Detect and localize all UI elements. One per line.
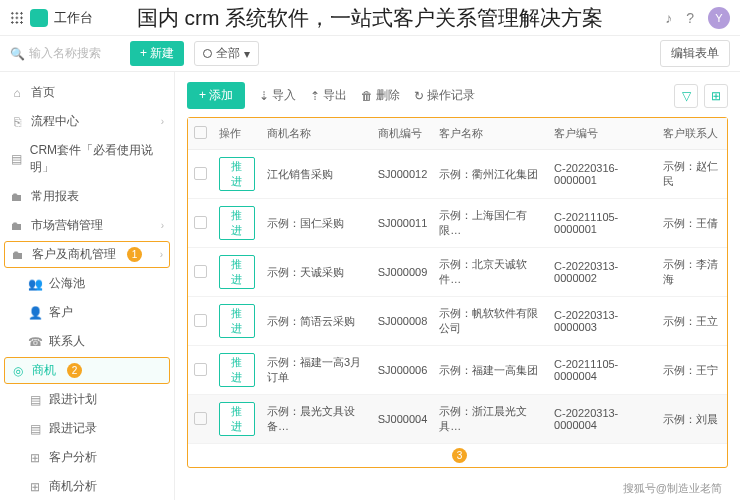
apps-icon[interactable] [10, 11, 24, 25]
new-button[interactable]: + 新建 [130, 41, 184, 66]
cell-cust: 示例：上海国仁有限… [433, 199, 548, 248]
action-bar: 🔍 输入名称搜索 + 新建 全部 ▾ 编辑表单 [0, 36, 740, 72]
filter-icon[interactable]: ▽ [674, 84, 698, 108]
col-header [188, 118, 213, 150]
cell-contact: 示例：王立 [657, 297, 727, 346]
push-button[interactable]: 推进 [219, 304, 255, 338]
sidebar-item-11[interactable]: ▤跟进记录 [0, 414, 174, 443]
cell-cust: 示例：福建一高集团 [433, 346, 548, 395]
data-table: 操作商机名称商机编号客户名称客户编号客户联系人推进江化销售采购SJ000012示… [187, 117, 728, 468]
topbar: 工作台 ♪ ? Y [0, 0, 740, 36]
nav-label: 流程中心 [31, 113, 79, 130]
cell-code: SJ000008 [372, 297, 434, 346]
push-button[interactable]: 推进 [219, 206, 255, 240]
table-row[interactable]: 推进示例：天诚采购SJ000009示例：北京天诚软件…C-20220313-00… [188, 248, 727, 297]
settings-icon[interactable]: ⊞ [704, 84, 728, 108]
cell-name: 示例：国仁采购 [261, 199, 372, 248]
table-toolbar: + 添加 ⇣ 导入 ⇡ 导出 🗑 删除 ↻ 操作记录 ▽ ⊞ [187, 82, 728, 109]
cell-ccode: C-20220313-0000003 [548, 297, 657, 346]
sidebar-item-0[interactable]: ⌂首页 [0, 78, 174, 107]
table-row[interactable]: 推进示例：晨光文具设备…SJ000004示例：浙江晨光文具…C-20220313… [188, 395, 727, 444]
sidebar-item-4[interactable]: 🖿市场营销管理› [0, 211, 174, 240]
sidebar-item-1[interactable]: ⎘流程中心› [0, 107, 174, 136]
cell-contact: 示例：王倩 [657, 199, 727, 248]
nav-icon: 🖿 [11, 248, 25, 262]
row-checkbox[interactable] [194, 167, 207, 180]
sidebar-item-5[interactable]: 🖿客户及商机管理1› [4, 241, 170, 268]
cell-name: 示例：简语云采购 [261, 297, 372, 346]
table-row[interactable]: 推进示例：简语云采购SJ000008示例：帆软软件有限公司C-20220313-… [188, 297, 727, 346]
push-button[interactable]: 推进 [219, 255, 255, 289]
push-button[interactable]: 推进 [219, 402, 255, 436]
nav-label: 客户及商机管理 [32, 246, 116, 263]
col-header: 客户编号 [548, 118, 657, 150]
edit-form-button[interactable]: 编辑表单 [660, 40, 730, 67]
chevron-icon: › [161, 116, 164, 127]
nav-icon: ◎ [11, 364, 25, 378]
help-icon[interactable]: ? [686, 10, 694, 26]
sidebar-item-10[interactable]: ▤跟进计划 [0, 385, 174, 414]
sidebar-item-3[interactable]: 🖿常用报表 [0, 182, 174, 211]
cell-contact: 示例：李清海 [657, 248, 727, 297]
cell-ccode: C-20220316-0000001 [548, 150, 657, 199]
export-button[interactable]: ⇡ 导出 [310, 87, 347, 104]
cell-contact: 示例：刘晨 [657, 395, 727, 444]
table-row[interactable]: 推进示例：福建一高3月订单SJ000006示例：福建一高集团C-20211105… [188, 346, 727, 395]
col-header: 客户联系人 [657, 118, 727, 150]
cell-code: SJ000012 [372, 150, 434, 199]
nav-icon: ⊞ [28, 480, 42, 494]
row-checkbox[interactable] [194, 363, 207, 376]
filter-select[interactable]: 全部 ▾ [194, 41, 259, 66]
cell-ccode: C-20220313-0000004 [548, 395, 657, 444]
cell-code: SJ000009 [372, 248, 434, 297]
nav-label: 客户 [49, 304, 73, 321]
nav-icon: ⌂ [10, 86, 24, 100]
nav-label: 首页 [31, 84, 55, 101]
cell-cust: 示例：北京天诚软件… [433, 248, 548, 297]
nav-icon: ☎ [28, 335, 42, 349]
cell-ccode: C-20211105-0000001 [548, 199, 657, 248]
cell-contact: 示例：赵仁民 [657, 150, 727, 199]
sidebar: ⌂首页⎘流程中心›▤CRM套件「必看使用说明」🖿常用报表🖿市场营销管理›🖿客户及… [0, 72, 175, 500]
cell-ccode: C-20211105-0000004 [548, 346, 657, 395]
push-button[interactable]: 推进 [219, 353, 255, 387]
nav-label: 跟进计划 [49, 391, 97, 408]
badge-3: 3 [452, 448, 467, 463]
avatar[interactable]: Y [708, 7, 730, 29]
search-input[interactable]: 🔍 输入名称搜索 [10, 45, 120, 62]
row-checkbox[interactable] [194, 314, 207, 327]
workspace-title: 工作台 [54, 9, 93, 27]
col-header: 商机编号 [372, 118, 434, 150]
filter-label: 全部 [216, 45, 240, 62]
delete-button[interactable]: 🗑 删除 [361, 87, 400, 104]
cell-name: 示例：福建一高3月订单 [261, 346, 372, 395]
table-row[interactable]: 推进示例：国仁采购SJ000011示例：上海国仁有限…C-20211105-00… [188, 199, 727, 248]
cell-code: SJ000011 [372, 199, 434, 248]
row-checkbox[interactable] [194, 412, 207, 425]
log-button[interactable]: ↻ 操作记录 [414, 87, 475, 104]
row-checkbox[interactable] [194, 265, 207, 278]
cell-code: SJ000006 [372, 346, 434, 395]
nav-label: 常用报表 [31, 188, 79, 205]
sidebar-item-2[interactable]: ▤CRM套件「必看使用说明」 [0, 136, 174, 182]
row-checkbox[interactable] [194, 216, 207, 229]
add-button[interactable]: + 添加 [187, 82, 245, 109]
nav-label: 商机 [32, 362, 56, 379]
cell-name: 示例：天诚采购 [261, 248, 372, 297]
push-button[interactable]: 推进 [219, 157, 255, 191]
table-row[interactable]: 推进江化销售采购SJ000012示例：衢州江化集团C-20220316-0000… [188, 150, 727, 199]
sidebar-item-13[interactable]: ⊞商机分析 [0, 472, 174, 500]
import-button[interactable]: ⇣ 导入 [259, 87, 296, 104]
notification-icon[interactable]: ♪ [665, 10, 672, 26]
sidebar-item-8[interactable]: ☎联系人 [0, 327, 174, 356]
sidebar-item-12[interactable]: ⊞客户分析 [0, 443, 174, 472]
sidebar-item-7[interactable]: 👤客户 [0, 298, 174, 327]
col-header: 客户名称 [433, 118, 548, 150]
checkbox-all[interactable] [194, 126, 207, 139]
col-header: 商机名称 [261, 118, 372, 150]
badge-1: 1 [127, 247, 142, 262]
cell-name: 江化销售采购 [261, 150, 372, 199]
sidebar-item-9[interactable]: ◎商机2 [4, 357, 170, 384]
nav-icon: ▤ [10, 152, 23, 166]
sidebar-item-6[interactable]: 👥公海池 [0, 269, 174, 298]
